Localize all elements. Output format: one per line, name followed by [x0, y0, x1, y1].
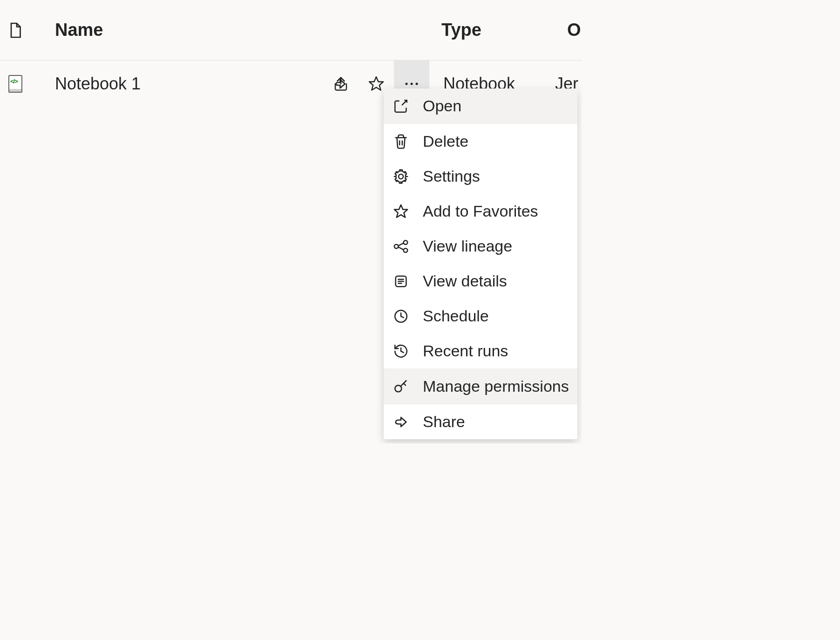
menu-item-lineage[interactable]: View lineage	[384, 229, 577, 264]
svg-point-2	[411, 83, 413, 85]
header-name[interactable]: Name	[55, 20, 441, 40]
header-owner[interactable]: O	[567, 20, 581, 40]
trash-icon	[393, 134, 423, 150]
header-icon-column	[8, 22, 55, 39]
row-name[interactable]: Notebook 1	[55, 74, 323, 94]
gear-icon	[393, 169, 423, 184]
menu-item-favorites[interactable]: Add to Favorites	[384, 194, 577, 229]
share-icon	[393, 414, 423, 430]
menu-item-share[interactable]: Share	[384, 404, 577, 439]
header-type[interactable]: Type	[441, 20, 567, 40]
menu-item-details[interactable]: View details	[384, 264, 577, 299]
svg-marker-0	[369, 77, 383, 90]
menu-label: Open	[423, 97, 577, 115]
row-icon-column	[8, 75, 55, 93]
menu-item-permissions[interactable]: Manage permissions	[384, 369, 577, 404]
menu-item-open[interactable]: Open	[384, 89, 577, 123]
share-button[interactable]	[323, 61, 359, 107]
table-header-row: Name Type O	[0, 0, 582, 61]
svg-point-3	[416, 83, 418, 85]
menu-label: Manage permissions	[423, 377, 577, 395]
star-icon	[368, 75, 385, 92]
star-icon	[393, 204, 423, 219]
open-external-icon	[393, 98, 423, 114]
svg-marker-5	[394, 204, 407, 217]
lineage-icon	[393, 238, 423, 254]
svg-point-1	[406, 83, 408, 85]
menu-label: Recent runs	[423, 342, 577, 360]
notebook-icon	[8, 75, 22, 93]
menu-label: Delete	[423, 132, 577, 150]
menu-label: View lineage	[423, 237, 577, 255]
key-icon	[393, 379, 423, 395]
menu-item-schedule[interactable]: Schedule	[384, 299, 577, 334]
file-icon	[8, 22, 22, 39]
menu-label: Schedule	[423, 307, 577, 325]
details-icon	[393, 273, 423, 289]
menu-label: Settings	[423, 167, 577, 185]
menu-item-settings[interactable]: Settings	[384, 159, 577, 194]
more-icon	[404, 82, 419, 86]
svg-point-4	[399, 174, 403, 179]
menu-item-delete[interactable]: Delete	[384, 124, 577, 159]
menu-label: View details	[423, 272, 577, 290]
menu-label: Share	[423, 413, 577, 431]
svg-point-8	[404, 248, 408, 252]
share-icon	[332, 75, 349, 92]
svg-point-6	[394, 244, 399, 248]
svg-point-7	[404, 240, 408, 245]
history-icon	[393, 343, 423, 359]
menu-label: Add to Favorites	[423, 202, 577, 220]
menu-item-recent-runs[interactable]: Recent runs	[384, 334, 577, 368]
context-menu: Open Delete Settings Ad	[384, 89, 577, 439]
clock-icon	[393, 308, 423, 324]
